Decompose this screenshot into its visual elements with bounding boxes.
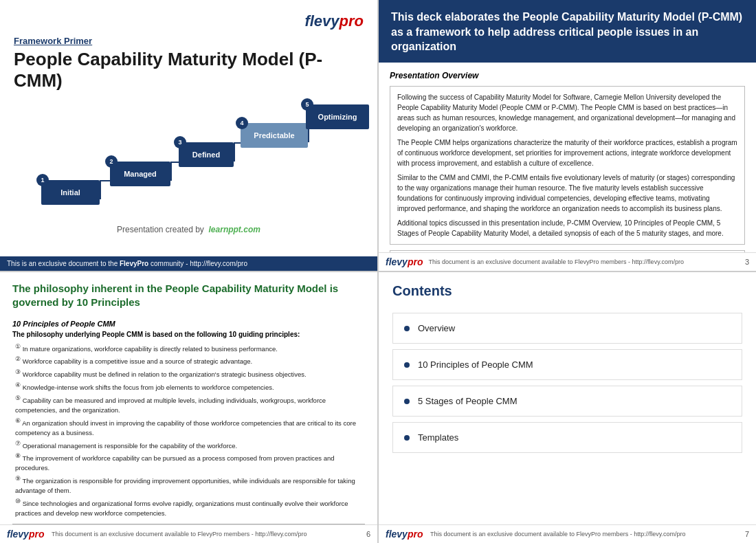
bullet-templates	[404, 435, 410, 441]
pro-text: pro	[340, 12, 364, 30]
slide-4: Contents Overview 10 Principles of Peopl…	[379, 272, 756, 543]
overview-label: Presentation Overview	[390, 71, 745, 80]
flevy-text: flevy	[304, 12, 339, 30]
slide2-footer: flevypro This document is an exclusive d…	[379, 252, 756, 271]
contents-item-principles: 10 Principles of People CMM	[392, 349, 742, 380]
slide2-footer-text: This document is an exclusive document a…	[428, 258, 684, 265]
step-optimizing: 5 Optimizing	[306, 104, 369, 129]
slide2-body: Presentation Overview Following the succ…	[379, 63, 756, 252]
credit-text: Presentation created by	[117, 225, 204, 234]
content-paragraphs: Following the success of Capability Matu…	[390, 86, 745, 245]
slide2-page-num: 3	[745, 258, 749, 266]
contents-item-overview: Overview	[392, 313, 742, 344]
contents-label-principles: 10 Principles of People CMM	[418, 359, 533, 370]
principle-5: ⑤ Capability can be measured and improve…	[12, 394, 365, 415]
para-4: Additional topics discussed in this pres…	[397, 218, 737, 239]
footer-pro: pro	[408, 256, 423, 267]
slide3-title: The philosophy inherent in the People Ca…	[12, 282, 365, 310]
slide4-header: Contents	[379, 272, 756, 306]
slide1-title: People Capability Maturity Model (P-CMM)	[14, 49, 364, 91]
step-initial: 1 Initial	[41, 180, 100, 205]
principle-8: ⑧ The improvement of workforce capabilit…	[12, 452, 365, 473]
slide3-footer: flevypro This document is an exclusive d…	[0, 524, 377, 543]
principle-7: ⑦ Operational management is responsible …	[12, 439, 365, 451]
footer-flevy: flevy	[386, 256, 408, 267]
connector-1	[100, 180, 101, 199]
principle-3: ③ Workforce capability must be defined i…	[12, 368, 365, 379]
bullet-principles	[404, 362, 410, 368]
step-num-3: 3	[174, 136, 186, 148]
contents-item-templates: Templates	[392, 422, 742, 453]
para-3: Similar to the CMM and CMMI, the P-CMM e…	[397, 173, 737, 214]
bullet-overview	[404, 326, 410, 331]
connector-3	[234, 142, 235, 162]
slide4-body: Overview 10 Principles of People CMM 5 S…	[379, 306, 756, 524]
contents-item-stages: 5 Stages of People CMM	[392, 386, 742, 417]
presentation-credit: Presentation created by learnppt.com	[14, 225, 364, 234]
footer-logo: flevypro	[386, 256, 423, 267]
connector-2	[170, 162, 172, 181]
slide4-footer-text: This document is an exclusive document a…	[430, 531, 686, 538]
slide3-body: 10 Principles of People CMM The philosop…	[0, 320, 377, 525]
slide2-header-text: This deck elaborates the People Capabili…	[391, 11, 742, 52]
staircase-diagram: 1 Initial 2 Managed 3 Defined 4	[14, 101, 364, 218]
slide4-title: Contents	[392, 283, 742, 299]
principle-6: ⑥ An organization should invest in impro…	[12, 417, 365, 438]
principles-subheading: The philosophy underlying People CMM is …	[12, 331, 365, 338]
slide3-footer-text: This document is an exclusive document a…	[52, 531, 307, 538]
flevypro-logo: flevypro	[14, 12, 364, 30]
step-defined: 3 Defined	[179, 142, 234, 167]
step-managed: 2 Managed	[110, 162, 170, 186]
footer-logo-s4: flevypro	[386, 529, 423, 540]
para-2: The People CMM helps organizations chara…	[397, 137, 737, 168]
contents-label-templates: Templates	[418, 432, 458, 443]
step-num-4: 4	[236, 117, 248, 129]
principle-1: ① In mature organizations, workforce cap…	[12, 342, 365, 354]
slide1-main: flevypro Framework Primer People Capabil…	[0, 0, 377, 256]
slide4-footer: flevypro This document is an exclusive d…	[379, 524, 756, 543]
principle-9: ⑨ The organization is responsible for pr…	[12, 474, 365, 496]
principle-10: ⑩ Since technologies and organizational …	[12, 497, 365, 518]
contents-label-stages: 5 Stages of People CMM	[418, 396, 518, 406]
bullet-stages	[404, 399, 410, 404]
learnppt-logo: learnppt.com	[209, 225, 260, 234]
slide3-page-num: 6	[366, 530, 370, 538]
slide1-footer-text: This is an exclusive document to the Fle…	[7, 260, 247, 267]
slide-1: flevypro Framework Primer People Capabil…	[0, 0, 377, 271]
step-num-5: 5	[301, 98, 313, 111]
step-num-1: 1	[36, 174, 49, 186]
principles-heading: 10 Principles of People CMM	[12, 320, 365, 328]
step-num-2: 2	[105, 155, 118, 168]
slide-3: The philosophy inherent in the People Ca…	[0, 272, 377, 543]
principle-4: ④ Knowledge-intense work shifts the focu…	[12, 381, 365, 392]
slide1-footer: This is an exclusive document to the Fle…	[0, 256, 377, 271]
principle-2: ② Workforce capability is a competitive …	[12, 355, 365, 366]
footer-logo-s3: flevypro	[7, 529, 44, 540]
contents-label-overview: Overview	[418, 323, 455, 333]
para-1: Following the success of Capability Matu…	[397, 92, 737, 133]
slide4-page-num: 7	[745, 530, 749, 538]
step-predictable: 4 Predictable	[241, 123, 308, 148]
principles-list: ① In mature organizations, workforce cap…	[12, 342, 365, 518]
slide2-header: This deck elaborates the People Capabili…	[379, 0, 756, 63]
slide-2: This deck elaborates the People Capabili…	[379, 0, 756, 271]
framework-primer-label: Framework Primer	[14, 36, 364, 46]
slide3-header: The philosophy inherent in the People Ca…	[0, 272, 377, 320]
